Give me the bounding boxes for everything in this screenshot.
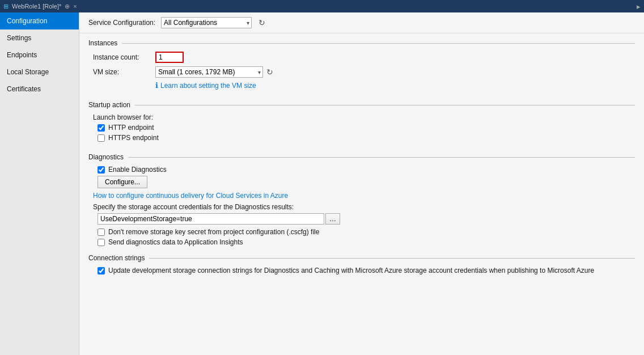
instances-section-header: Instances bbox=[88, 39, 635, 47]
cloud-services-link[interactable]: How to configure continuous delivery for… bbox=[88, 192, 635, 200]
startup-header-text: Startup action bbox=[88, 101, 130, 109]
send-to-insights-label: Send diagnostics data to Application Ins… bbox=[108, 238, 243, 246]
startup-divider bbox=[135, 105, 635, 105]
dont-remove-secret-checkbox[interactable] bbox=[98, 229, 105, 236]
vm-size-select[interactable]: Small (1 cores, 1792 MB) Medium (2 cores… bbox=[155, 66, 263, 78]
diagnostics-section-header: Diagnostics bbox=[88, 153, 635, 161]
send-to-insights-checkbox[interactable] bbox=[98, 239, 105, 246]
launch-browser-label: Launch browser for: bbox=[88, 113, 635, 121]
vm-size-row: VM size: Small (1 cores, 1792 MB) Medium… bbox=[88, 66, 635, 78]
diagnostics-header-text: Diagnostics bbox=[88, 153, 124, 161]
sidebar: Configuration Settings Endpoints Local S… bbox=[0, 12, 79, 355]
instances-divider bbox=[122, 43, 635, 44]
instance-count-row: Instance count: bbox=[88, 52, 635, 63]
dont-remove-secret-row: Don't remove storage key secret from pro… bbox=[88, 228, 635, 236]
title-bar-pin[interactable]: ⊕ bbox=[65, 3, 70, 10]
vm-link-row: ℹ Learn about setting the VM size bbox=[88, 81, 635, 90]
sidebar-item-configuration[interactable]: Configuration bbox=[0, 12, 79, 29]
service-config-refresh-button[interactable]: ↻ bbox=[257, 18, 266, 27]
service-config-select[interactable]: All Configurations Cloud Local bbox=[161, 17, 252, 28]
vm-info-icon: ℹ bbox=[155, 81, 158, 90]
http-endpoint-label: HTTP endpoint bbox=[108, 124, 154, 132]
http-endpoint-checkbox[interactable] bbox=[98, 124, 105, 132]
https-endpoint-row: HTTPS endpoint bbox=[88, 134, 635, 142]
connection-strings-divider bbox=[149, 258, 635, 259]
https-endpoint-label: HTTPS endpoint bbox=[108, 134, 159, 142]
enable-diagnostics-label: Enable Diagnostics bbox=[108, 166, 167, 174]
dont-remove-secret-label: Don't remove storage key secret from pro… bbox=[108, 228, 319, 236]
instances-section: Instances Instance count: VM size: Small… bbox=[79, 33, 644, 95]
configure-button[interactable]: Configure... bbox=[98, 176, 147, 188]
vm-size-label: VM size: bbox=[93, 68, 155, 76]
enable-diagnostics-checkbox[interactable] bbox=[98, 166, 105, 174]
vm-size-refresh-button[interactable]: ↻ bbox=[265, 67, 274, 77]
diagnostics-section: Diagnostics Enable Diagnostics Configure… bbox=[79, 147, 644, 252]
service-config-label: Service Configuration: bbox=[88, 19, 155, 27]
service-config-select-wrapper: All Configurations Cloud Local bbox=[161, 17, 252, 28]
content-area: Service Configuration: All Configuration… bbox=[79, 12, 644, 355]
title-bar-icon: ⊞ bbox=[3, 3, 9, 10]
send-to-insights-row: Send diagnostics data to Application Ins… bbox=[88, 238, 635, 246]
title-bar: ⊞ WebRole1 [Role]* ⊕ × ▸ bbox=[0, 0, 644, 12]
http-endpoint-row: HTTP endpoint bbox=[88, 124, 635, 132]
sidebar-item-settings[interactable]: Settings bbox=[0, 29, 79, 47]
sidebar-item-endpoints[interactable]: Endpoints bbox=[0, 47, 79, 64]
instances-header-text: Instances bbox=[88, 39, 117, 47]
vm-size-link[interactable]: Learn about setting the VM size bbox=[160, 82, 256, 90]
instance-count-label: Instance count: bbox=[93, 53, 155, 61]
diagnostics-divider bbox=[128, 157, 635, 158]
startup-action-section: Startup action Launch browser for: HTTP … bbox=[79, 95, 644, 147]
title-bar-close[interactable]: × bbox=[73, 3, 77, 10]
update-connection-strings-label: Update development storage connection st… bbox=[108, 267, 594, 274]
enable-diagnostics-row: Enable Diagnostics bbox=[88, 166, 635, 174]
startup-section-header: Startup action bbox=[88, 101, 635, 109]
update-connection-strings-checkbox[interactable] bbox=[98, 267, 105, 274]
sidebar-item-certificates[interactable]: Certificates bbox=[0, 81, 79, 98]
vm-size-select-wrapper: Small (1 cores, 1792 MB) Medium (2 cores… bbox=[155, 66, 263, 78]
storage-browse-button[interactable]: … bbox=[325, 213, 340, 225]
connection-strings-header: Connection strings bbox=[88, 254, 635, 262]
instance-count-input[interactable] bbox=[155, 52, 184, 63]
update-connection-strings-row: Update development storage connection st… bbox=[88, 267, 635, 274]
title-bar-title: WebRole1 [Role]* bbox=[12, 3, 61, 10]
storage-desc: Specify the storage account credentials … bbox=[88, 203, 635, 211]
storage-input-row: … bbox=[88, 213, 635, 225]
title-bar-right[interactable]: ▸ bbox=[637, 2, 641, 11]
https-endpoint-checkbox[interactable] bbox=[98, 134, 105, 142]
storage-account-input[interactable] bbox=[98, 213, 324, 225]
connection-strings-section: Connection strings Update development st… bbox=[79, 252, 644, 280]
connection-strings-header-text: Connection strings bbox=[88, 254, 145, 262]
service-config-bar: Service Configuration: All Configuration… bbox=[79, 12, 644, 33]
sidebar-item-local-storage[interactable]: Local Storage bbox=[0, 64, 79, 81]
